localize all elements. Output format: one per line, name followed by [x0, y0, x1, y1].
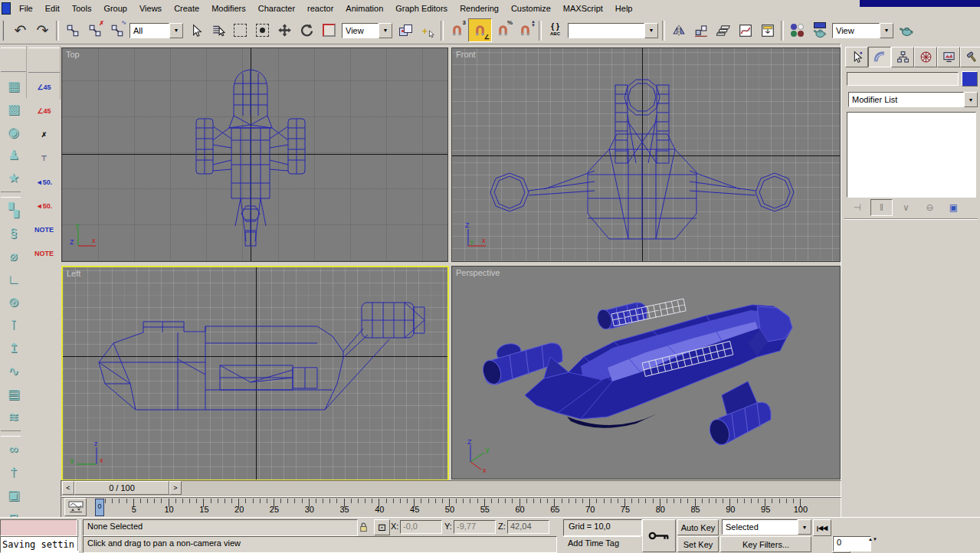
viewport-front[interactable]: Front Z x	[451, 47, 841, 262]
reactor-rb-collection-icon[interactable]: ▦	[1, 75, 26, 98]
reactor-soft-body-collection-icon[interactable]: ◉	[1, 121, 26, 144]
menu-modifiers[interactable]: Modifiers	[205, 1, 252, 17]
angle-45-blue-icon[interactable]: ∠45	[28, 76, 60, 100]
arrow-50-red-icon[interactable]: ◄50.	[28, 195, 60, 218]
tab-display[interactable]	[937, 47, 960, 67]
open-mini-curve-editor-button[interactable]	[64, 498, 87, 516]
reactor-fracture-icon[interactable]: ▤	[1, 383, 26, 406]
angle-snap-toggle-icon[interactable]: ∠	[468, 18, 492, 42]
object-color-swatch[interactable]	[962, 71, 978, 87]
viewport-top[interactable]: Top y Z x	[61, 47, 448, 262]
reactor-toy-car-icon[interactable]: ∿	[1, 360, 26, 383]
rectangular-selection-region-icon[interactable]	[229, 19, 251, 41]
select-by-name-icon[interactable]	[207, 19, 229, 41]
tab-utilities[interactable]	[960, 47, 980, 67]
key-filter-dropdown[interactable]: Selected ▼	[722, 519, 811, 535]
reactor-deforming-mesh-icon[interactable]: ★	[1, 167, 26, 190]
redo-icon[interactable]: ↷	[31, 19, 54, 41]
selection-lock-icon[interactable]	[356, 519, 371, 535]
maxscript-listener-line[interactable]: Saving settin	[0, 536, 79, 553]
time-slider[interactable]: < 0 / 100 >	[61, 480, 841, 497]
tab-motion[interactable]	[914, 47, 937, 67]
tab-hierarchy[interactable]	[891, 47, 914, 67]
x-coord-field[interactable]: -0,0	[400, 520, 442, 534]
dropdown-arrow-icon[interactable]: ▼	[964, 92, 978, 107]
track-bar[interactable]: 0510152025303540455055606570758085909510…	[61, 497, 841, 518]
menu-views[interactable]: Views	[133, 1, 168, 17]
listener-splitter[interactable]	[77, 520, 80, 551]
reactor-plane-icon[interactable]: ▚	[1, 199, 26, 222]
mirror-icon[interactable]	[667, 19, 690, 41]
auto-key-button[interactable]: Auto Key	[677, 519, 719, 535]
select-and-manipulate-icon[interactable]: +	[416, 19, 438, 41]
dropdown-arrow-icon[interactable]: ▼	[798, 519, 811, 535]
reactor-water-icon[interactable]: ≋	[1, 406, 26, 429]
note-red-icon[interactable]: NOTE	[28, 242, 60, 266]
render-scene-dialog-icon[interactable]	[808, 19, 831, 41]
named-selection-dropdown[interactable]: ▼	[568, 23, 658, 38]
select-and-rotate-icon[interactable]	[296, 19, 318, 41]
reactor-weathervane-icon[interactable]: ↥	[1, 337, 26, 360]
tab-modify[interactable]	[868, 47, 891, 67]
time-slider-handle[interactable]: 0 / 100	[74, 481, 169, 495]
menu-customize[interactable]: Customize	[505, 1, 557, 17]
cross-out-icon[interactable]: ✗	[28, 123, 60, 147]
align-icon[interactable]	[690, 19, 712, 41]
reactor-angular-dashpot-icon[interactable]: ∟	[1, 268, 26, 291]
absolute-mode-icon[interactable]: ⊡	[374, 519, 390, 535]
use-pivot-point-center-icon[interactable]	[394, 19, 416, 41]
y-coord-field[interactable]: -9,77	[454, 520, 496, 534]
add-time-tag[interactable]: Add Time Tag	[563, 536, 641, 552]
toolbar-grip[interactable]	[28, 47, 60, 73]
object-name-field[interactable]	[847, 72, 959, 86]
menu-help[interactable]: Help	[609, 1, 639, 17]
time-slider-prev-button[interactable]: <	[62, 481, 74, 495]
set-key-button[interactable]: Set Key	[677, 536, 719, 552]
configure-modifier-sets-icon[interactable]: ▣	[943, 200, 964, 215]
modifier-stack-list[interactable]	[847, 112, 976, 198]
menu-create[interactable]: Create	[168, 1, 205, 17]
hammer-note-icon[interactable]: ⊤	[28, 147, 60, 171]
undo-icon[interactable]: ↶	[9, 19, 31, 41]
menu-file[interactable]: File	[13, 1, 39, 17]
dropdown-arrow-icon[interactable]: ▼	[880, 23, 893, 38]
show-end-result-icon[interactable]: ‖	[870, 199, 893, 216]
modifier-list-dropdown[interactable]: Modifier List ▼	[848, 92, 978, 107]
z-coord-field[interactable]: 42,04	[507, 520, 549, 534]
snaps-toggle-3d-icon[interactable]: 3	[446, 19, 468, 41]
menu-reactor[interactable]: reactor	[301, 1, 339, 17]
toolbar-grip[interactable]	[1, 47, 26, 72]
reactor-ragdoll-icon[interactable]: †	[1, 461, 26, 484]
toolbar-grip[interactable]	[2, 21, 7, 41]
reactor-spring-icon[interactable]: §	[1, 222, 26, 245]
select-and-scale-icon[interactable]	[318, 19, 340, 41]
render-type-dropdown[interactable]: View ▼	[832, 23, 893, 38]
maxscript-listener-pink[interactable]	[0, 519, 77, 536]
viewport-left-active[interactable]: Left z y x	[61, 266, 449, 481]
menu-character[interactable]: Character	[252, 1, 301, 17]
named-selection-sets-icon[interactable]: { }ABC	[544, 19, 566, 41]
schematic-view-icon[interactable]	[756, 19, 778, 41]
current-frame-marker[interactable]: 0	[95, 499, 104, 516]
layer-manager-icon[interactable]	[712, 19, 734, 41]
menu-animation[interactable]: Animation	[339, 1, 389, 17]
frame-spinner[interactable]: ▲▼	[868, 536, 876, 551]
menu-group[interactable]: Group	[97, 1, 133, 17]
key-filters-button[interactable]: Key Filters...	[720, 536, 811, 552]
reactor-rope-icon[interactable]: ∞	[1, 438, 26, 461]
angle-45-red-icon[interactable]: ∠45	[28, 100, 60, 123]
window-crossing-icon[interactable]	[251, 19, 274, 41]
curve-editor-icon[interactable]	[734, 19, 756, 41]
reactor-constraint-icon[interactable]: ▣	[1, 484, 26, 507]
unlink-selection-icon[interactable]: ✗	[84, 19, 106, 41]
app-icon[interactable]	[2, 2, 11, 15]
dropdown-arrow-icon[interactable]: ▼	[169, 23, 183, 38]
reference-coordinate-system-dropdown[interactable]: View ▼	[342, 23, 392, 38]
note-blue-icon[interactable]: NOTE	[28, 218, 60, 242]
menu-maxscript[interactable]: MAXScript	[557, 1, 609, 17]
bind-to-space-warp-icon[interactable]: ∿	[106, 19, 128, 41]
quick-render-icon[interactable]	[895, 19, 917, 41]
menu-graph-editors[interactable]: Graph Editors	[389, 1, 454, 17]
select-and-move-icon[interactable]	[274, 19, 296, 41]
make-unique-icon[interactable]: ∨	[896, 200, 916, 215]
